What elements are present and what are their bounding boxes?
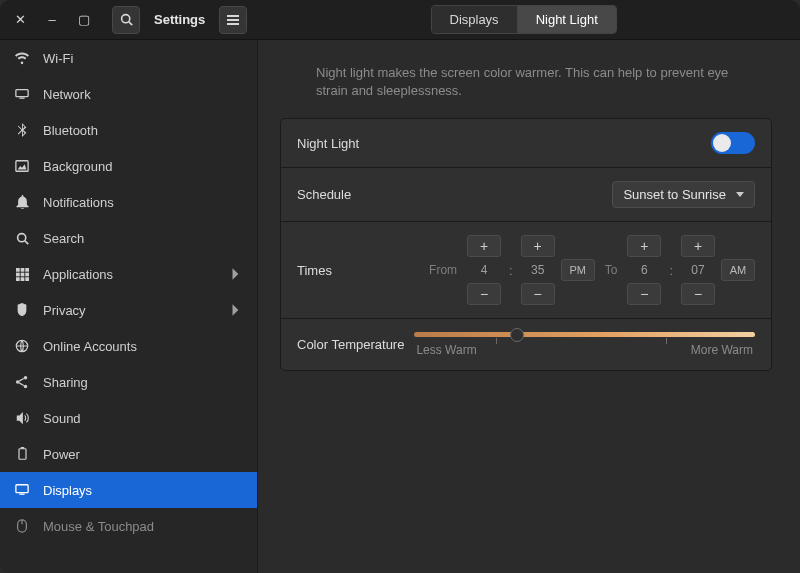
times-controls: From + 4 − : + 35 − PM To [425,235,755,305]
body: Wi-Fi Network Bluetooth Background [0,40,800,573]
sidebar-item-label: Notifications [43,195,114,210]
chevron-down-icon [736,192,744,197]
sidebar-item-label: Mouse & Touchpad [43,519,154,534]
sidebar-item-label: Background [43,159,112,174]
sidebar-item-applications[interactable]: Applications [0,256,257,292]
tab-displays[interactable]: Displays [432,6,517,33]
svg-point-22 [24,385,28,389]
slider-knob[interactable] [510,328,524,342]
from-hour-spinner: + 4 − [467,235,501,305]
to-ampm[interactable]: AM [721,259,755,281]
row-times: Times From + 4 − : + 35 − [281,221,771,318]
svg-rect-11 [20,268,24,272]
from-min-down[interactable]: − [521,283,555,305]
power-icon [14,446,30,462]
svg-point-20 [16,380,20,384]
accounts-icon [14,338,30,354]
to-hour-value: 6 [627,259,661,281]
headerbar-right: Displays Night Light [247,0,800,39]
tab-night-light[interactable]: Night Light [517,6,616,33]
headerbar-left: ✕ – ▢ Settings [0,0,247,39]
svg-rect-10 [16,268,20,272]
chevron-right-icon [229,303,243,317]
color-temp-slider-wrap: Less Warm More Warm [414,332,755,357]
svg-rect-6 [19,98,24,99]
bluetooth-icon [14,122,30,138]
sidebar-item-privacy[interactable]: Privacy [0,292,257,328]
to-hour-spinner: + 6 − [627,235,661,305]
background-icon [14,158,30,174]
from-ampm[interactable]: PM [561,259,595,281]
to-min-down[interactable]: − [681,283,715,305]
close-button[interactable]: ✕ [6,6,34,34]
sidebar-item-label: Displays [43,483,92,498]
search-icon [14,230,30,246]
svg-rect-26 [19,494,24,495]
sidebar-item-mouse-touchpad[interactable]: Mouse & Touchpad [0,508,257,544]
maximize-icon: ▢ [78,12,90,27]
svg-rect-25 [16,485,28,493]
sidebar-item-label: Wi-Fi [43,51,73,66]
row-color-temperature: Color Temperature Less Warm More Warm [281,318,771,370]
sidebar-item-search[interactable]: Search [0,220,257,256]
from-min-spinner: + 35 − [521,235,555,305]
sidebar-item-power[interactable]: Power [0,436,257,472]
svg-rect-24 [20,447,24,449]
settings-window: ✕ – ▢ Settings Displays [0,0,800,573]
displays-icon [14,482,30,498]
svg-rect-5 [16,90,28,97]
sidebar-item-displays[interactable]: Displays [0,472,257,508]
sidebar-item-background[interactable]: Background [0,148,257,184]
sidebar-item-network[interactable]: Network [0,76,257,112]
color-temp-label: Color Temperature [297,337,404,352]
svg-rect-4 [227,23,239,25]
color-temp-slider[interactable] [414,332,755,337]
search-button[interactable] [112,6,140,34]
more-warm-label: More Warm [691,343,753,357]
to-label: To [601,263,622,277]
svg-point-0 [121,15,129,23]
chevron-right-icon [229,267,243,281]
colon: : [667,263,675,278]
svg-point-21 [24,376,28,380]
sound-icon [14,410,30,426]
window-title: Settings [144,12,215,27]
from-hour-down[interactable]: − [467,283,501,305]
svg-rect-15 [25,272,29,276]
from-label: From [425,263,461,277]
mouse-icon [14,518,30,534]
wifi-icon [14,50,30,66]
sidebar-item-online-accounts[interactable]: Online Accounts [0,328,257,364]
sidebar-item-label: Bluetooth [43,123,98,138]
to-hour-down[interactable]: − [627,283,661,305]
to-hour-up[interactable]: + [627,235,661,257]
sidebar-item-label: Search [43,231,84,246]
svg-rect-3 [227,19,239,21]
to-min-value: 07 [681,259,715,281]
minimize-icon: – [48,12,55,27]
night-light-toggle[interactable] [711,132,755,154]
schedule-dropdown[interactable]: Sunset to Sunrise [612,181,755,208]
sidebar-item-sharing[interactable]: Sharing [0,364,257,400]
svg-rect-17 [20,277,24,281]
close-icon: ✕ [15,12,26,27]
sidebar-item-notifications[interactable]: Notifications [0,184,257,220]
sidebar-item-label: Power [43,447,80,462]
svg-line-1 [128,22,131,25]
sidebar-item-label: Sound [43,411,81,426]
sidebar-item-sound[interactable]: Sound [0,400,257,436]
schedule-value: Sunset to Sunrise [623,187,726,202]
privacy-icon [14,302,30,318]
maximize-button[interactable]: ▢ [70,6,98,34]
sidebar: Wi-Fi Network Bluetooth Background [0,40,258,573]
row-schedule: Schedule Sunset to Sunrise [281,167,771,221]
sidebar-item-bluetooth[interactable]: Bluetooth [0,112,257,148]
minimize-button[interactable]: – [38,6,66,34]
svg-rect-7 [16,161,28,172]
sidebar-item-label: Online Accounts [43,339,137,354]
sidebar-item-wifi[interactable]: Wi-Fi [0,40,257,76]
from-min-up[interactable]: + [521,235,555,257]
to-min-up[interactable]: + [681,235,715,257]
menu-button[interactable] [219,6,247,34]
from-hour-up[interactable]: + [467,235,501,257]
